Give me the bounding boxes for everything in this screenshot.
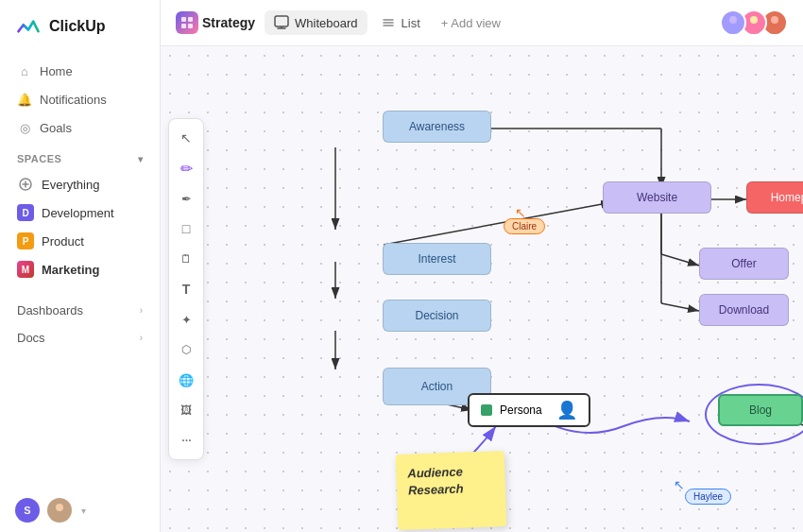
clickup-logo-icon xyxy=(15,13,42,40)
svg-rect-4 xyxy=(188,17,193,22)
sidebar-nav: ⌂ Home 🔔 Notifications ◎ Goals xyxy=(0,53,160,146)
chevron-right-icon-docs: › xyxy=(140,333,143,343)
spaces-list: Everything D Development P Product M Mar… xyxy=(0,168,160,285)
svg-rect-7 xyxy=(275,16,288,26)
home-label: Home xyxy=(40,64,73,78)
rectangle-tool[interactable]: □ xyxy=(173,215,199,242)
spaces-header: Spaces ▾ xyxy=(0,146,160,168)
whiteboard-tab-icon xyxy=(274,15,289,30)
canvas-toolbar: ↖ ✏ ✒ □ 🗒 T ✦ ⬡ 🌐 🖼 ··· xyxy=(168,118,204,460)
notifications-label: Notifications xyxy=(40,93,107,107)
box-blog[interactable]: Blog xyxy=(718,394,803,426)
globe-tool[interactable]: 🌐 xyxy=(173,367,199,393)
sidebar-item-home[interactable]: ⌂ Home xyxy=(8,57,152,85)
sidebar: ClickUp ⌂ Home 🔔 Notifications ◎ Goals S… xyxy=(0,0,161,532)
spaces-label: Spaces xyxy=(17,153,61,164)
box-awareness[interactable]: Awareness xyxy=(383,111,491,143)
goals-label: Goals xyxy=(40,121,72,135)
whiteboard-tab-label: Whiteboard xyxy=(295,16,357,30)
target-icon: ◎ xyxy=(17,120,32,135)
home-icon: ⌂ xyxy=(17,63,32,78)
avatar-1 xyxy=(720,9,746,36)
strategy-title: Strategy xyxy=(202,15,255,30)
persona-label: Persona xyxy=(500,403,542,417)
box-persona[interactable]: Persona 👤 xyxy=(468,393,590,427)
box-decision[interactable]: Decision xyxy=(383,300,491,332)
marketing-dot: M xyxy=(17,261,34,278)
box-website[interactable]: Website xyxy=(603,181,711,214)
nodes-tool[interactable]: ⬡ xyxy=(173,336,199,363)
bell-icon: 🔔 xyxy=(17,92,32,107)
docs-label: Docs xyxy=(17,331,45,345)
sticky-note-tool[interactable]: 🗒 xyxy=(173,246,199,272)
svg-rect-6 xyxy=(188,24,193,28)
tab-list[interactable]: List xyxy=(371,10,430,35)
product-label: Product xyxy=(42,234,84,249)
topbar-right xyxy=(720,9,788,36)
pen-plus-tool[interactable]: ✏ xyxy=(173,155,199,181)
user-avatar-face xyxy=(47,498,72,523)
image-tool[interactable]: 🖼 xyxy=(173,397,199,423)
sidebar-sections: Dashboards › Docs › xyxy=(0,293,160,355)
sidebar-item-everything[interactable]: Everything xyxy=(8,170,152,198)
product-dot: P xyxy=(17,232,34,249)
box-download[interactable]: Download xyxy=(699,294,789,326)
chevron-right-icon: › xyxy=(140,305,143,316)
pen-tool[interactable]: ✒ xyxy=(173,185,199,212)
sidebar-item-product[interactable]: P Product xyxy=(8,227,152,255)
box-homepage[interactable]: Homepage xyxy=(746,181,803,214)
cursor-label-haylee: Haylee xyxy=(685,489,731,505)
development-label: Development xyxy=(42,206,114,220)
development-dot: D xyxy=(17,204,34,221)
chevron-down-user[interactable]: ▾ xyxy=(81,506,86,516)
sidebar-item-dashboards[interactable]: Dashboards › xyxy=(8,297,152,324)
sparkle-tool[interactable]: ✦ xyxy=(173,306,199,333)
sidebar-item-docs[interactable]: Docs › xyxy=(8,324,152,352)
whiteboard-canvas[interactable]: ↖ ✏ ✒ □ 🗒 T ✦ ⬡ 🌐 🖼 ··· xyxy=(161,46,803,532)
add-view-label: + Add view xyxy=(441,16,501,30)
box-offer[interactable]: Offer xyxy=(699,248,789,280)
persona-dot xyxy=(481,404,492,416)
everything-icon xyxy=(17,176,34,193)
dashboards-label: Dashboards xyxy=(17,303,83,317)
svg-point-16 xyxy=(747,26,760,34)
sidebar-item-goals[interactable]: ◎ Goals xyxy=(8,113,152,142)
strategy-icon xyxy=(176,11,198,34)
tab-whiteboard[interactable]: Whiteboard xyxy=(265,10,367,35)
avatar-group xyxy=(720,9,788,36)
svg-rect-5 xyxy=(181,24,186,28)
svg-point-2 xyxy=(54,513,65,521)
svg-point-1 xyxy=(56,504,63,511)
svg-point-14 xyxy=(726,26,740,34)
sticky-note-audience-research[interactable]: Audience Research xyxy=(396,451,507,530)
persona-avatar: 👤 xyxy=(556,400,577,420)
sidebar-bottom: S ▾ xyxy=(0,489,160,532)
list-tab-label: List xyxy=(402,16,420,30)
svg-point-13 xyxy=(729,16,737,24)
add-view-button[interactable]: + Add view xyxy=(434,11,508,35)
svg-point-17 xyxy=(771,16,778,24)
everything-label: Everything xyxy=(42,178,99,192)
chevron-down-icon: ▾ xyxy=(138,154,144,164)
list-tab-icon xyxy=(381,15,396,30)
text-tool[interactable]: T xyxy=(173,276,199,302)
topbar: Strategy Whiteboard List + Add view xyxy=(161,0,803,46)
app-name: ClickUp xyxy=(49,18,106,35)
more-tool[interactable]: ··· xyxy=(173,427,199,454)
sidebar-item-marketing[interactable]: M Marketing xyxy=(8,255,152,283)
svg-point-18 xyxy=(768,26,781,34)
sidebar-item-notifications[interactable]: 🔔 Notifications xyxy=(8,85,152,113)
box-interest[interactable]: Interest xyxy=(383,243,491,275)
cursor-label-claire: Claire xyxy=(504,218,545,234)
cursor-tool[interactable]: ↖ xyxy=(173,125,199,151)
main-content: Strategy Whiteboard List + Add view xyxy=(161,0,803,532)
sidebar-item-development[interactable]: D Development xyxy=(8,198,152,227)
svg-point-15 xyxy=(750,16,758,24)
user-avatar-s[interactable]: S xyxy=(15,498,40,523)
svg-rect-3 xyxy=(181,17,186,22)
marketing-label: Marketing xyxy=(42,263,99,277)
logo: ClickUp xyxy=(0,0,160,53)
